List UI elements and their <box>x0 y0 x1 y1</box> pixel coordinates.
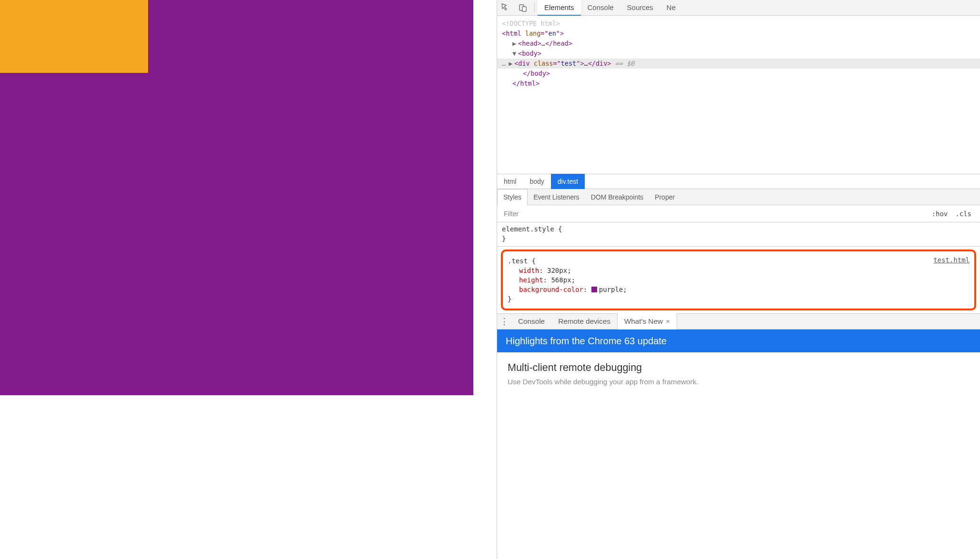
caret-right-icon[interactable]: ▶ <box>509 59 514 69</box>
overflow-ellipsis-icon: … <box>502 60 506 67</box>
whats-new-banner: Highlights from the Chrome 63 update <box>497 329 980 352</box>
rule-close: } <box>508 294 970 304</box>
styles-pane: element.style { } test.html .test { widt… <box>497 222 980 313</box>
tab-elements[interactable]: Elements <box>538 0 581 16</box>
page-viewport <box>0 0 497 559</box>
filter-input[interactable]: Filter <box>502 210 519 218</box>
caret-down-icon[interactable]: ▼ <box>512 49 518 59</box>
rule-selector[interactable]: .test { <box>508 256 970 266</box>
css-property[interactable]: width: 320px; <box>508 266 970 275</box>
tab-sources[interactable]: Sources <box>620 0 660 16</box>
toggle-device-icon[interactable] <box>514 0 531 16</box>
tab-network[interactable]: Ne <box>660 0 682 16</box>
whats-new-content: Multi-client remote debugging Use DevToo… <box>497 352 980 387</box>
devtools-panel: Elements Console Sources Ne <!DOCTYPE ht… <box>497 0 980 559</box>
tab-console[interactable]: Console <box>581 0 620 16</box>
devtools-top-tabs: Elements Console Sources Ne <box>497 0 980 16</box>
svg-rect-1 <box>522 7 526 11</box>
whats-new-body: Use DevTools while debugging your app fr… <box>508 377 971 387</box>
dom-line[interactable]: </body> <box>502 69 980 79</box>
subtab-dom-breakpoints[interactable]: DOM Breakpoints <box>585 189 649 205</box>
dom-line[interactable]: </html> <box>502 79 980 89</box>
orange-block <box>0 0 148 73</box>
hov-toggle[interactable]: :hov <box>928 210 952 218</box>
breadcrumb-item[interactable]: html <box>497 174 523 189</box>
css-property[interactable]: background-color: purple; <box>508 285 970 294</box>
dom-line[interactable]: ▼<body> <box>502 49 980 59</box>
caret-right-icon[interactable]: ▶ <box>512 39 518 49</box>
breadcrumb-item[interactable]: body <box>523 174 550 189</box>
tab-separator <box>534 3 535 12</box>
rule-selector[interactable]: element.style { <box>502 224 980 234</box>
whats-new-heading: Multi-client remote debugging <box>508 362 971 374</box>
dom-line[interactable]: <html lang="en"> <box>502 29 980 39</box>
subtab-properties[interactable]: Proper <box>649 189 680 205</box>
color-swatch-icon[interactable] <box>591 287 597 292</box>
drawer-tabs: ⋮ Console Remote devices What's New× <box>497 313 980 329</box>
breadcrumb: html body div.test <box>497 174 980 189</box>
subtab-event-listeners[interactable]: Event Listeners <box>528 189 585 205</box>
styles-subtabs: Styles Event Listeners DOM Breakpoints P… <box>497 189 980 205</box>
dom-tree[interactable]: <!DOCTYPE html> <html lang="en"> ▶<head>… <box>497 16 980 174</box>
subtab-styles[interactable]: Styles <box>497 189 528 205</box>
rule-element-style[interactable]: element.style { } <box>497 222 980 247</box>
drawer-tab-remote-devices[interactable]: Remote devices <box>551 313 617 329</box>
dom-line-selected[interactable]: …▶<div class="test">…</div> == $0 <box>497 59 980 69</box>
styles-filter-row: Filter :hov .cls <box>497 205 980 222</box>
breadcrumb-item[interactable]: div.test <box>551 174 585 189</box>
close-icon[interactable]: × <box>666 317 670 326</box>
drawer-tab-console[interactable]: Console <box>511 313 551 329</box>
drawer-menu-icon[interactable]: ⋮ <box>497 316 511 327</box>
rule-source-link[interactable]: test.html <box>933 255 970 265</box>
rule-test-highlighted[interactable]: test.html .test { width: 320px; height: … <box>501 250 976 310</box>
dom-line[interactable]: ▶<head>…</head> <box>502 39 980 49</box>
dom-line[interactable]: <!DOCTYPE html> <box>502 19 980 29</box>
inspect-element-icon[interactable] <box>497 0 514 16</box>
css-property[interactable]: height: 568px; <box>508 275 970 285</box>
rule-close: } <box>502 234 980 243</box>
cls-toggle[interactable]: .cls <box>951 210 975 218</box>
drawer-tab-whats-new[interactable]: What's New× <box>617 313 677 329</box>
